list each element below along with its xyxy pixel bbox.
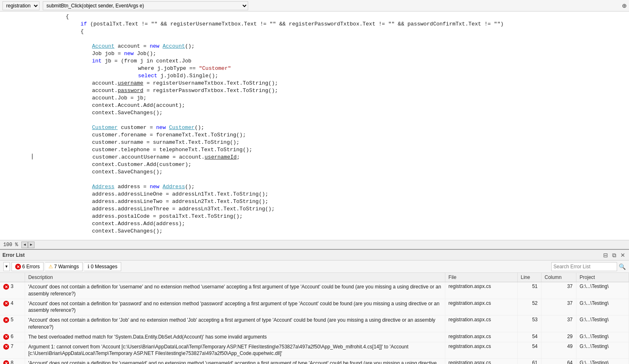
code-line-cursor: customer.accountUsername = account.usern… bbox=[0, 154, 629, 161]
code-line bbox=[0, 117, 629, 124]
text-cursor bbox=[32, 154, 32, 159]
col-header-num bbox=[0, 273, 25, 282]
table-row[interactable]: ✕ 8 'Account' does not contain a definit… bbox=[0, 359, 629, 364]
error-file-cell: registration.aspx.cs bbox=[445, 316, 517, 332]
error-column-cell: 29 bbox=[541, 332, 576, 342]
code-line: account.Job = jb; bbox=[0, 94, 629, 102]
code-line: customer.surname = surnameTxt.Text.ToStr… bbox=[0, 139, 629, 146]
error-file-cell: registration.aspx.cs bbox=[445, 342, 517, 359]
error-file-cell: registration.aspx.cs bbox=[445, 332, 517, 342]
panel-controls: ⊟ ⧉ ✕ bbox=[602, 252, 627, 258]
code-line: { bbox=[0, 28, 629, 35]
col-header-description: Description bbox=[25, 273, 445, 282]
error-line-cell: 54 bbox=[517, 342, 541, 359]
error-project-cell: G:\...\Testing\ bbox=[576, 332, 629, 342]
warning-icon: ⚠ bbox=[48, 264, 53, 270]
nav-bar: registration submitBtn_Click(object send… bbox=[0, 0, 629, 12]
code-line: context.Address.Add(address); bbox=[0, 220, 629, 228]
code-line: select j.jobId).Single(); bbox=[0, 72, 629, 80]
table-row[interactable]: ✕ 4 'Account' does not contain a definit… bbox=[0, 299, 629, 316]
zoom-level: 100 % bbox=[3, 242, 18, 248]
code-line: customer.telephone = telephoneTxt.Text.T… bbox=[0, 146, 629, 154]
error-description-cell: 'Account' does not contain a definition … bbox=[25, 282, 445, 299]
error-icon: ✕ bbox=[15, 264, 21, 270]
col-header-file: File bbox=[445, 273, 517, 282]
error-row-icon: ✕ bbox=[3, 344, 9, 350]
error-column-cell: 37 bbox=[541, 299, 576, 316]
float-panel-btn[interactable]: ⧉ bbox=[611, 252, 617, 258]
error-file-cell: registration.aspx.cs bbox=[445, 299, 517, 316]
error-number: 5 bbox=[11, 317, 14, 323]
pin-icon[interactable]: ⊕ bbox=[622, 1, 627, 10]
code-line: int jb = (from j in context.Job bbox=[0, 58, 629, 65]
error-column-cell: 37 bbox=[541, 282, 576, 299]
error-description-cell: 'Account' does not contain a definition … bbox=[25, 299, 445, 316]
error-number: 6 bbox=[11, 334, 14, 339]
error-line-cell: 61 bbox=[517, 359, 541, 364]
error-table-body: ✕ 3 'Account' does not contain a definit… bbox=[0, 282, 629, 364]
error-file-cell: registration.aspx.cs bbox=[445, 282, 517, 299]
error-project-cell: G:\...\Testing\ bbox=[576, 342, 629, 359]
code-line: { bbox=[0, 13, 629, 21]
col-header-column: Column bbox=[541, 273, 576, 282]
warnings-filter-btn[interactable]: ⚠ 7 Warnings bbox=[45, 262, 83, 271]
error-num-cell: ✕ 5 bbox=[0, 316, 25, 332]
file-dropdown[interactable]: registration bbox=[2, 1, 39, 10]
error-number: 8 bbox=[11, 360, 14, 364]
error-description-cell: 'Account' does not contain a definition … bbox=[25, 316, 445, 332]
close-panel-btn[interactable]: ✕ bbox=[619, 252, 627, 258]
col-header-project: Project bbox=[576, 273, 629, 282]
error-panel-header: Error List ⊟ ⧉ ✕ bbox=[0, 250, 629, 260]
error-number: 7 bbox=[11, 343, 14, 349]
error-num-cell: ✕ 7 bbox=[0, 342, 25, 359]
error-line-cell: 52 bbox=[517, 299, 541, 316]
search-error-input[interactable] bbox=[551, 262, 617, 271]
table-row[interactable]: ✕ 3 'Account' does not contain a definit… bbox=[0, 282, 629, 299]
search-icon[interactable]: 🔍 bbox=[619, 263, 626, 270]
error-description-cell: The best overloaded method match for 'Sy… bbox=[25, 332, 445, 342]
error-number: 4 bbox=[11, 300, 14, 306]
error-file-cell: registration.aspx.cs bbox=[445, 359, 517, 364]
messages-filter-btn[interactable]: ℹ 0 Messages bbox=[84, 262, 121, 271]
code-line: where j.jobType == "Customer" bbox=[0, 65, 629, 72]
error-row-icon: ✕ bbox=[3, 317, 9, 323]
code-line: if (postalTxt.Text != "" && registerUser… bbox=[0, 21, 629, 28]
editor-area: { if (postalTxt.Text != "" && registerUs… bbox=[0, 12, 629, 249]
error-num-cell: ✕ 6 bbox=[0, 332, 25, 342]
scroll-arrows[interactable]: ◀ ▶ bbox=[21, 242, 35, 248]
table-row[interactable]: ✕ 6 The best overloaded method match for… bbox=[0, 332, 629, 342]
error-row-icon: ✕ bbox=[3, 284, 9, 290]
error-number: 3 bbox=[11, 283, 14, 289]
code-line: account.username = registerUsernameTxtbo… bbox=[0, 80, 629, 87]
errors-filter-btn[interactable]: ✕ 6 Errors bbox=[12, 262, 44, 271]
code-line: Job job = new Job(); bbox=[0, 50, 629, 58]
scroll-left-btn[interactable]: ◀ bbox=[21, 242, 28, 248]
code-line bbox=[0, 176, 629, 183]
message-icon: ℹ bbox=[88, 264, 90, 270]
error-description-cell: Argument 1: cannot convert from 'Account… bbox=[25, 342, 445, 359]
error-table-wrapper: Description File Line Column Project ✕ 3… bbox=[0, 273, 629, 364]
filter-icon: ▾ bbox=[5, 264, 8, 269]
error-line-cell: 51 bbox=[517, 282, 541, 299]
error-num-cell: ✕ 8 bbox=[0, 359, 25, 364]
error-project-cell: G:\...\Testing\ bbox=[576, 299, 629, 316]
filter-btn[interactable]: ▾ bbox=[3, 262, 10, 271]
scroll-right-btn[interactable]: ▶ bbox=[28, 242, 35, 248]
code-line: address.addressLineOne = addressLn1Txt.T… bbox=[0, 191, 629, 198]
error-toolbar: ▾ ✕ 6 Errors ⚠ 7 Warnings ℹ 0 Messages 🔍 bbox=[0, 260, 629, 273]
error-row-icon: ✕ bbox=[3, 334, 9, 340]
method-dropdown[interactable]: submitBtn_Click(object sender, EventArgs… bbox=[43, 1, 248, 10]
code-line: Account account = new Account(); bbox=[0, 43, 629, 50]
pin-panel-btn[interactable]: ⊟ bbox=[602, 252, 609, 258]
code-line: context.SaveChanges(); bbox=[0, 228, 629, 235]
code-line: context.Account.Add(account); bbox=[0, 102, 629, 109]
table-row[interactable]: ✕ 7 Argument 1: cannot convert from 'Acc… bbox=[0, 342, 629, 359]
table-row[interactable]: ✕ 5 'Account' does not contain a definit… bbox=[0, 316, 629, 332]
code-line: Customer customer = new Customer(); bbox=[0, 124, 629, 131]
error-column-cell: 64 bbox=[541, 359, 576, 364]
error-line-cell: 53 bbox=[517, 316, 541, 332]
error-list-title: Error List bbox=[2, 252, 25, 258]
errors-count-label: 6 Errors bbox=[22, 264, 40, 270]
code-line: address.addressLineThree = addressLn3Txt… bbox=[0, 205, 629, 213]
col-header-line: Line bbox=[517, 273, 541, 282]
